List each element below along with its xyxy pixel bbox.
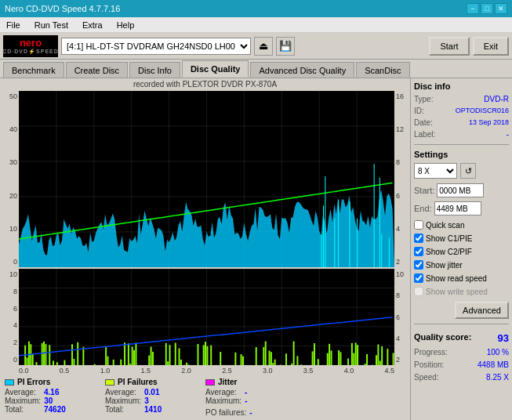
by-label-10: 10 (2, 270, 17, 278)
pif-avg-label: Average: (105, 388, 141, 396)
by-right-2b: 2 (396, 356, 409, 364)
show-c1-checkbox[interactable] (414, 234, 423, 243)
x-2.5: 2.5 (222, 367, 232, 375)
pif-max-label: Maximum: (105, 396, 141, 405)
y-right-4: 4 (396, 225, 409, 233)
y-right-12: 12 (396, 125, 409, 133)
close-button[interactable]: ✕ (495, 3, 507, 14)
quick-scan-label: Quick scan (426, 221, 464, 230)
position-row: Position: 4488 MB (414, 360, 509, 369)
speed-selector[interactable]: 8 X (414, 163, 457, 179)
y-right-6: 6 (396, 192, 409, 200)
pif-avg-value: 0.01 (144, 388, 159, 396)
right-panel: Disc info Type: DVD-R ID: OPTODISCR016 D… (410, 78, 512, 420)
position-value: 4488 MB (478, 360, 509, 369)
progress-row: Progress: 100 % (414, 348, 509, 357)
menu-help[interactable]: Help (114, 20, 138, 31)
quality-score-label: Quality score: (414, 332, 471, 344)
jitter-color (205, 379, 215, 386)
advanced-button[interactable]: Advanced (455, 302, 509, 319)
progress-value: 100 % (487, 348, 509, 357)
titlebar: Nero CD-DVD Speed 4.7.7.16 − □ ✕ (0, 0, 512, 17)
pi-failures-group: PI Failures Average: 0.01 Maximum: 3 Tot… (105, 378, 199, 414)
end-row: End: (414, 201, 509, 215)
pi-max-label: Maximum: (5, 396, 41, 405)
po-failures-label: PO failures: (205, 408, 246, 417)
start-button[interactable]: Start (429, 37, 469, 56)
end-mb-label: End: (414, 204, 432, 213)
save-icon[interactable]: 💾 (276, 37, 295, 56)
refresh-icon[interactable]: ↺ (460, 163, 476, 179)
show-write-speed-label: Show write speed (426, 288, 488, 296)
settings-speed-row: 8 X ↺ (414, 163, 509, 179)
quality-score-row: Quality score: 93 (414, 332, 509, 344)
date-value: 13 Sep 2018 (469, 118, 509, 127)
y-right-2: 2 (396, 258, 409, 266)
y-label-0: 0 (2, 258, 17, 266)
date-label: Date: (414, 118, 433, 127)
position-label: Position: (414, 360, 444, 369)
start-row: Start: (414, 183, 509, 197)
drive-selector[interactable]: [4:1] HL-DT-ST DVDRAM GH24NSD0 LH00 (61, 38, 251, 55)
minimize-button[interactable]: − (467, 3, 479, 14)
pif-max-value: 3 (144, 396, 149, 405)
tab-benchmark[interactable]: Benchmark (3, 62, 64, 78)
show-write-speed-checkbox (414, 287, 423, 296)
by-label-6: 6 (2, 305, 17, 313)
show-c1-label: Show C1/PIE (426, 234, 472, 243)
by-label-8: 8 (2, 288, 17, 295)
divider2 (414, 324, 509, 324)
tab-scandisc[interactable]: ScanDisc (356, 62, 409, 78)
end-mb-input[interactable] (434, 201, 481, 215)
top-chart-canvas (19, 91, 394, 267)
menu-runtest[interactable]: Run Test (31, 20, 71, 31)
label-value: - (507, 130, 509, 139)
quick-scan-checkbox[interactable] (414, 220, 423, 230)
exit-button[interactable]: Exit (473, 37, 509, 56)
x-4.5: 4.5 (384, 367, 394, 375)
by-label-4: 4 (2, 321, 17, 329)
titlebar-controls: − □ ✕ (467, 3, 507, 14)
id-label: ID: (414, 107, 424, 115)
menubar: File Run Test Extra Help (0, 17, 512, 33)
pi-max-value: 30 (44, 396, 53, 405)
jitter-group: Jitter Average: - Maximum: - PO failures… (205, 378, 300, 417)
tab-createdisc[interactable]: Create Disc (66, 62, 128, 78)
start-mb-input[interactable] (437, 183, 484, 197)
x-0.0: 0.0 (19, 367, 29, 375)
show-c2-label: Show C2/PIF (426, 248, 472, 256)
maximize-button[interactable]: □ (481, 3, 493, 14)
menu-extra[interactable]: Extra (79, 20, 106, 31)
pi-total-label: Total: (5, 405, 41, 414)
show-c1-row: Show C1/PIE (414, 234, 509, 243)
x-2.0: 2.0 (181, 367, 191, 375)
disc-info-title: Disc info (414, 81, 509, 91)
jitter-max-label: Maximum: (205, 396, 241, 405)
show-c2-row: Show C2/PIF (414, 247, 509, 256)
eject-icon[interactable]: ⏏ (254, 37, 273, 56)
pi-failures-color (105, 379, 114, 386)
tab-discquality[interactable]: Disc Quality (182, 60, 249, 78)
x-0.5: 0.5 (60, 367, 70, 375)
chart-title: recorded with PLEXTOR DVDR PX-870A (2, 80, 409, 89)
by-label-0b: 0 (2, 356, 17, 364)
quick-scan-row: Quick scan (414, 220, 509, 230)
tab-discinfo[interactable]: Disc Info (129, 62, 180, 78)
id-value: OPTODISCR016 (456, 107, 509, 115)
y-label-30: 30 (2, 158, 17, 166)
stats-bar: PI Errors Average: 4.16 Maximum: 30 Tota… (2, 375, 409, 418)
speed-value: 8.25 X (486, 373, 509, 382)
show-read-speed-checkbox[interactable] (414, 273, 423, 283)
show-jitter-checkbox[interactable] (414, 260, 423, 270)
x-1.0: 1.0 (100, 367, 111, 375)
show-c2-checkbox[interactable] (414, 247, 423, 256)
x-3.5: 3.5 (303, 367, 314, 375)
quality-score-value: 93 (498, 332, 509, 344)
titlebar-title: Nero CD-DVD Speed 4.7.7.16 (5, 4, 120, 13)
menu-file[interactable]: File (3, 20, 24, 31)
main-content: recorded with PLEXTOR DVDR PX-870A 50 40… (0, 78, 512, 420)
tab-advanceddiscquality[interactable]: Advanced Disc Quality (250, 62, 354, 78)
show-jitter-row: Show jitter (414, 260, 509, 270)
show-read-speed-label: Show read speed (426, 274, 487, 283)
toolbar: nero CD·DVD⚡SPEED [4:1] HL-DT-ST DVDRAM … (0, 33, 512, 60)
